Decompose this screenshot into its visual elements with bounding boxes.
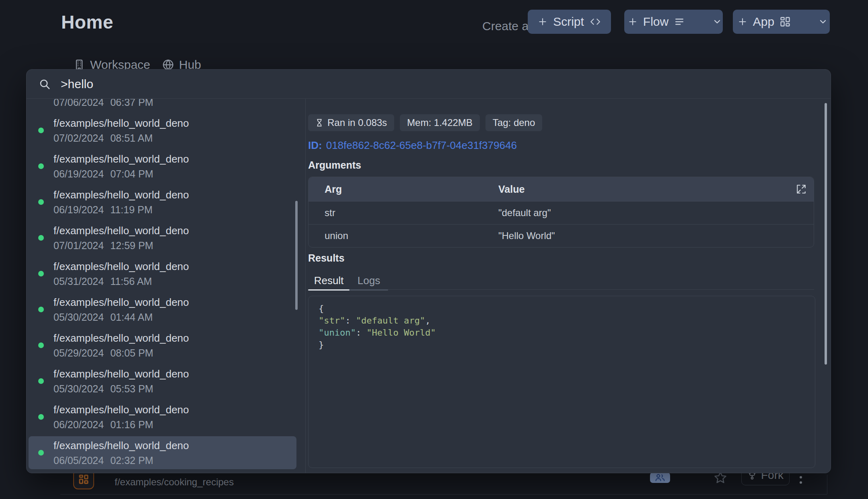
- run-timestamp: 07/02/202408:51 AM: [53, 132, 153, 144]
- run-path: f/examples/hello_world_deno: [53, 404, 189, 416]
- run-path: f/examples/hello_world_deno: [53, 439, 189, 452]
- app-path-text: f/examples/cooking_recipes: [115, 476, 234, 488]
- run-id-label: ID:: [308, 139, 322, 151]
- results-tabs: Result Logs: [308, 271, 814, 290]
- arguments-table-header: Arg Value: [309, 177, 814, 201]
- status-dot: [38, 450, 44, 456]
- memory-badge: Mem: 1.422MB: [400, 114, 480, 131]
- run-detail-panel: Ran in 0.083s Mem: 1.422MB Tag: deno ID:…: [306, 99, 831, 473]
- runs-scrollbar[interactable]: [295, 201, 298, 310]
- run-list-item[interactable]: f/examples/hello_world_deno 06/20/202401…: [29, 400, 296, 433]
- create-app-label: App: [753, 15, 774, 29]
- create-flow-dropdown[interactable]: [705, 10, 729, 34]
- column-header-arg: Arg: [309, 184, 498, 195]
- tag-badge-label: Tag: deno: [493, 117, 535, 128]
- status-dot: [38, 307, 44, 312]
- run-list-item[interactable]: f/examples/hello_world_deno 05/29/202408…: [29, 329, 296, 362]
- tab-result-label: Result: [314, 274, 344, 287]
- arguments-title: Arguments: [308, 159, 361, 171]
- hourglass-icon: [315, 118, 323, 127]
- grid-icon: [780, 16, 791, 27]
- run-list-item[interactable]: f/examples/hello_world_deno 06/19/202407…: [29, 150, 296, 183]
- status-dot: [38, 235, 44, 241]
- run-list-item[interactable]: f/examples/hello_world_deno 05/30/202401…: [29, 293, 296, 326]
- tab-logs[interactable]: Logs: [350, 271, 388, 290]
- results-title: Results: [308, 252, 344, 264]
- tab-result[interactable]: Result: [308, 271, 350, 290]
- run-list-item[interactable]: f/examples/hello_world_deno 07/02/202408…: [29, 114, 296, 147]
- users-icon: [655, 474, 665, 482]
- globe-icon: [162, 59, 174, 70]
- search-bar[interactable]: >hello: [27, 70, 831, 99]
- run-path: f/examples/hello_world_deno: [53, 225, 189, 237]
- command-palette-modal: >hello f/examples/hello_world_deno 07/06…: [26, 69, 831, 473]
- shared-users-badge[interactable]: [650, 472, 670, 483]
- plus-icon: [537, 16, 548, 27]
- run-timestamp: 05/31/202411:56 AM: [53, 276, 152, 287]
- result-json-viewer: { "str": "default arg", "union": "Hello …: [308, 296, 815, 468]
- create-script-button[interactable]: Script: [528, 10, 611, 34]
- run-path: f/examples/hello_world_deno: [53, 296, 189, 309]
- create-flow-split-button: Flow: [624, 10, 723, 34]
- run-list-item[interactable]: f/examples/hello_world_deno 06/05/202402…: [29, 436, 296, 469]
- run-id-value: 018fe862-8c62-65e8-b7f7-04e31f379646: [326, 139, 517, 151]
- tab-result-underline: [308, 289, 350, 291]
- run-path: f/examples/hello_world_deno: [53, 153, 189, 165]
- expand-icon[interactable]: [796, 184, 806, 194]
- run-list-item[interactable]: f/examples/hello_world_deno 07/01/202412…: [29, 221, 296, 254]
- create-flow-button[interactable]: Flow: [618, 10, 695, 34]
- run-timestamp: 05/30/202401:44 AM: [53, 311, 153, 323]
- chevron-down-icon: [712, 17, 722, 27]
- arguments-table-row: str"default arg": [309, 201, 814, 224]
- run-timestamp: 06/19/202407:04 PM: [53, 168, 153, 180]
- runtime-badge: Ran in 0.083s: [308, 114, 394, 131]
- status-dot: [38, 271, 44, 276]
- chevron-down-icon: [818, 17, 828, 27]
- tag-badge: Tag: deno: [485, 114, 542, 131]
- run-path: f/examples/hello_world_deno: [53, 332, 189, 344]
- run-list-item[interactable]: f/examples/hello_world_deno 07/06/202406…: [29, 99, 296, 111]
- run-id-link[interactable]: ID:018fe862-8c62-65e8-b7f7-04e31f379646: [308, 139, 517, 152]
- run-timestamp: 05/30/202405:53 PM: [53, 383, 153, 395]
- page-divider: [60, 494, 827, 495]
- plus-icon: [737, 16, 748, 27]
- run-list-item[interactable]: f/examples/hello_world_deno 05/31/202411…: [29, 257, 296, 290]
- run-timestamp: 06/05/202402:32 PM: [53, 455, 153, 466]
- run-timestamp: 07/06/202406:37 PM: [53, 99, 153, 108]
- create-app-button[interactable]: App: [728, 10, 800, 34]
- modal-body: f/examples/hello_world_deno 07/06/202406…: [27, 99, 831, 473]
- run-path: f/examples/hello_world_deno: [53, 368, 189, 380]
- status-dot: [38, 199, 44, 205]
- create-flow-label: Flow: [643, 15, 668, 29]
- plus-icon: [627, 16, 638, 27]
- building-icon: [74, 59, 85, 70]
- detail-scrollbar[interactable]: [825, 103, 827, 365]
- run-path: f/examples/hello_world_deno: [53, 189, 189, 201]
- search-input[interactable]: >hello: [61, 77, 93, 91]
- runtime-badge-label: Ran in 0.083s: [327, 117, 387, 128]
- status-dot: [38, 128, 44, 133]
- code-icon: [589, 16, 601, 27]
- run-timestamp: 06/19/202411:19 PM: [53, 204, 152, 216]
- run-timestamp: 05/29/202408:05 PM: [53, 347, 153, 359]
- run-timestamp: 06/20/202401:16 PM: [53, 419, 153, 431]
- status-dot: [38, 163, 44, 169]
- status-dot: [38, 414, 44, 420]
- page-title: Home: [61, 11, 113, 33]
- tab-logs-underline: [350, 289, 388, 291]
- tab-logs-label: Logs: [358, 274, 380, 287]
- runs-list: f/examples/hello_world_deno 07/06/202406…: [27, 99, 306, 473]
- page-divider-vertical: [827, 475, 827, 494]
- create-app-dropdown[interactable]: [811, 10, 835, 34]
- run-path: f/examples/hello_world_deno: [53, 117, 189, 130]
- run-timestamp: 07/01/202412:59 PM: [53, 240, 153, 252]
- run-badges: Ran in 0.083s Mem: 1.422MB Tag: deno: [308, 114, 542, 131]
- flow-lines-icon: [674, 16, 685, 27]
- run-list-item[interactable]: f/examples/hello_world_deno 05/30/202405…: [29, 365, 296, 398]
- memory-badge-label: Mem: 1.422MB: [407, 117, 473, 128]
- status-dot: [38, 378, 44, 384]
- create-script-label: Script: [553, 15, 584, 29]
- arguments-table-row: union"Hello World": [309, 224, 814, 247]
- run-path: f/examples/hello_world_deno: [53, 260, 189, 273]
- run-list-item[interactable]: f/examples/hello_world_deno 06/19/202411…: [29, 186, 296, 219]
